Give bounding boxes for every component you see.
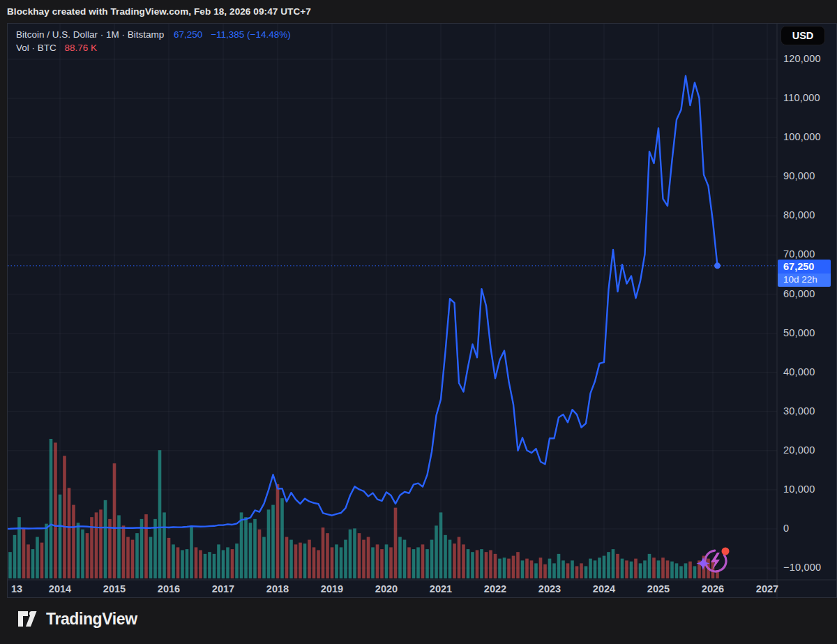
volume-bar — [552, 563, 556, 578]
volume-bar — [412, 549, 416, 578]
volume-bar — [231, 549, 234, 578]
time-axis-label: 13 — [11, 583, 22, 594]
volume-bar — [199, 550, 202, 578]
volume-bar — [534, 563, 538, 578]
volume-bar — [40, 543, 44, 578]
volume-bar — [580, 563, 583, 578]
volume-bar — [612, 549, 615, 578]
volume-bar — [679, 566, 683, 578]
volume-bar — [271, 505, 275, 578]
volume-bar — [22, 528, 26, 578]
price-axis-label: 50,000 — [783, 327, 815, 338]
volume-bar — [652, 557, 656, 578]
volume-bar — [525, 559, 529, 578]
volume-label[interactable]: Vol · BTC — [16, 43, 56, 53]
volume-bar — [8, 552, 12, 578]
last-price-dot — [714, 262, 721, 269]
lightning-sticker-icon[interactable] — [697, 546, 730, 576]
time-axis-label: 2027 — [756, 583, 778, 594]
volume-value: 88.76 K — [65, 43, 98, 53]
volume-bar — [476, 550, 479, 578]
volume-bar — [371, 547, 375, 578]
volume-bar — [516, 552, 520, 578]
time-axis-label: 2025 — [647, 583, 670, 594]
volume-bar — [63, 456, 66, 578]
tradingview-logo[interactable]: TradingView — [17, 609, 137, 629]
volume-bar — [244, 517, 248, 578]
volume-bar — [634, 559, 638, 578]
volume-bar — [616, 554, 619, 578]
volume-bar — [190, 525, 193, 578]
volume-bar — [643, 560, 647, 578]
volume-bar — [439, 512, 443, 578]
volume-bar — [630, 562, 633, 578]
volume-bar — [222, 550, 225, 578]
legend-symbol-row[interactable]: Bitcoin / U.S. Dollar · 1M · Bitstamp 67… — [16, 28, 291, 41]
volume-bar — [303, 544, 307, 578]
chart-legend[interactable]: Bitcoin / U.S. Dollar · 1M · Bitstamp 67… — [16, 28, 291, 54]
volume-bar — [235, 544, 239, 578]
volume-bar — [77, 523, 80, 578]
volume-bar — [367, 537, 370, 578]
price-axis-label: 120,000 — [783, 53, 821, 64]
volume-bar — [670, 562, 674, 578]
volume-bar — [253, 519, 257, 578]
legend-volume-row[interactable]: Vol · BTC 88.76 K — [16, 41, 291, 54]
volume-bar — [340, 547, 343, 578]
volume-bar — [27, 544, 30, 578]
time-axis-label: 2024 — [593, 583, 615, 594]
volume-bar — [50, 439, 53, 578]
attribution-bar: Blockhay created with TradingView.com, F… — [0, 0, 837, 23]
volume-bar — [81, 530, 84, 578]
volume-bar — [585, 566, 588, 578]
volume-bar — [267, 509, 271, 578]
volume-bar — [59, 495, 62, 578]
volume-bar — [326, 533, 329, 578]
volume-bar — [213, 554, 216, 578]
volume-bar — [385, 544, 389, 578]
volume-bar — [503, 557, 506, 578]
volume-bar — [607, 552, 610, 578]
currency-toggle-button[interactable]: USD — [781, 26, 825, 45]
volume-bar — [358, 533, 361, 578]
volume-bar — [17, 517, 21, 578]
time-axis-label: 2015 — [103, 583, 126, 594]
volume-bar — [639, 563, 642, 578]
volume-bar — [688, 562, 692, 578]
volume-bar — [149, 537, 153, 578]
volume-bar — [661, 557, 665, 578]
volume-bar — [521, 560, 525, 578]
volume-bar — [416, 547, 420, 578]
volume-bar — [331, 547, 334, 578]
volume-bar — [186, 549, 189, 578]
volume-bar — [648, 554, 651, 578]
volume-bar — [566, 563, 570, 578]
sticker-red-dot — [722, 548, 730, 555]
volume-bar — [299, 543, 302, 578]
price-change: −11,385 (−14.48%) — [211, 29, 291, 40]
volume-bar — [594, 560, 597, 578]
volume-bar — [362, 540, 365, 578]
volume-bar — [208, 552, 211, 578]
volume-bar — [621, 559, 624, 578]
chart-panel[interactable]: Bitcoin / U.S. Dollar · 1M · Bitstamp 67… — [7, 23, 837, 598]
volume-bar — [561, 560, 565, 578]
volume-bar — [389, 547, 393, 578]
volume-bar — [575, 566, 579, 578]
volume-bar — [471, 552, 474, 578]
volume-bar — [276, 484, 280, 578]
volume-bar — [684, 563, 688, 578]
volume-bar — [657, 560, 661, 578]
price-axis-label: 110,000 — [783, 92, 820, 103]
volume-bar — [498, 559, 502, 578]
volume-bar — [543, 564, 547, 578]
volume-bar — [104, 500, 107, 578]
volume-bar — [376, 544, 379, 578]
tradingview-logo-word: TradingView — [46, 610, 137, 629]
price-chart-canvas[interactable] — [8, 24, 837, 599]
volume-bar — [530, 560, 534, 578]
time-axis-label: 2014 — [49, 583, 71, 594]
time-axis-label: 2019 — [321, 583, 343, 594]
time-axis-label: 2016 — [158, 583, 180, 594]
symbol-title[interactable]: Bitcoin / U.S. Dollar · 1M · Bitstamp — [16, 29, 164, 40]
